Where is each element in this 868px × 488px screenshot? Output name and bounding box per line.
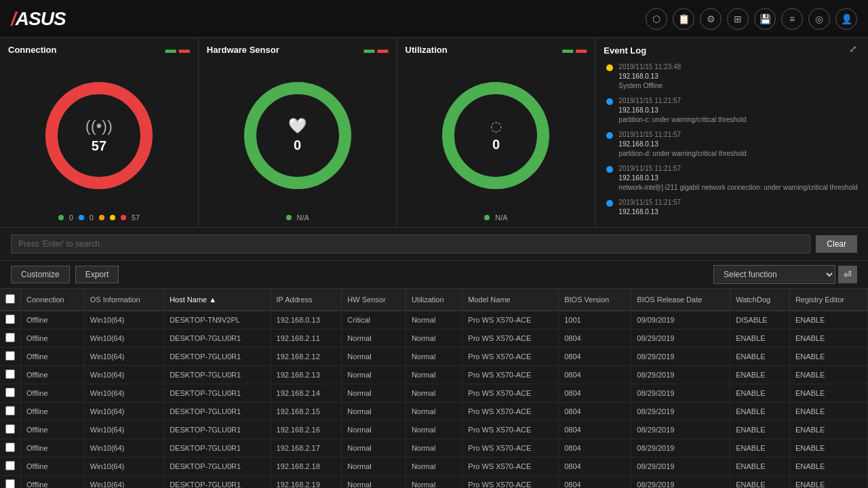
row-connection: Offline	[21, 311, 85, 329]
row-os: Win10(64)	[84, 366, 163, 384]
event-text: 2019/11/15 11:21:57 192.168.0.13 network…	[618, 164, 857, 192]
row-checkbox-cell	[0, 348, 21, 366]
legend-dot-yellow	[110, 215, 115, 220]
row-checkbox[interactable]	[5, 406, 15, 415]
event-dot	[606, 200, 613, 207]
col-checkbox	[0, 289, 21, 311]
data-table: Connection OS Information Host Name ▲ IP…	[0, 289, 868, 488]
connection-legend: 0 0 57	[8, 214, 190, 222]
row-ip: 192.168.2.15	[271, 403, 342, 421]
connection-card: Connection ▬ ▬ ((•)) 57 0 0 57	[0, 38, 199, 227]
row-model: Pro WS X570-ACE	[462, 421, 559, 439]
apply-function-button[interactable]: ⏎	[838, 266, 857, 283]
row-hw-sensor: Normal	[342, 348, 406, 366]
row-utilization: Normal	[406, 458, 462, 476]
row-watchdog: ENABLE	[730, 366, 790, 384]
select-function-dropdown[interactable]: Select function	[713, 265, 835, 284]
document-icon[interactable]: 📋	[673, 8, 694, 30]
row-bios-date: 08/29/2019	[631, 458, 730, 476]
row-checkbox[interactable]	[5, 333, 15, 342]
dashboard: Connection ▬ ▬ ((•)) 57 0 0 57	[0, 38, 868, 228]
utilization-gauge-center: ◌ 0	[490, 118, 502, 152]
network-icon[interactable]: ⊞	[727, 8, 749, 30]
event-host: 192.168.0.13	[618, 207, 681, 217]
event-text: 2019/11/15 11:21:57 192.168.0.13 partiti…	[618, 96, 746, 125]
col-hostname[interactable]: Host Name ▲	[164, 289, 271, 311]
save-icon[interactable]: 💾	[754, 8, 776, 30]
connection-card-icons: ▬ ▬	[165, 43, 190, 56]
utilization-card: Utilization ▬ ▬ ◌ 0 N/A	[397, 38, 596, 227]
select-all-checkbox[interactable]	[5, 294, 15, 304]
row-registry: ENABLE	[789, 476, 867, 489]
hs-legend-dot	[286, 215, 292, 220]
row-bios-ver: 0804	[559, 348, 631, 366]
monitor-icon[interactable]: ⬡	[646, 8, 667, 30]
row-utilization: Normal	[406, 348, 462, 366]
heart-icon: 🤍	[288, 117, 307, 135]
event-host: 192.168.0.13	[618, 72, 681, 81]
row-checkbox[interactable]	[5, 443, 15, 452]
select-function-container: Select function ⏎	[713, 265, 857, 284]
legend-val-green: 0	[69, 214, 73, 222]
row-ip: 192.168.2.18	[271, 458, 342, 476]
legend-dot-red	[121, 215, 126, 220]
col-registry: Registry Editor	[789, 289, 867, 311]
row-model: Pro WS X570-ACE	[462, 311, 559, 329]
user-icon[interactable]: 👤	[835, 8, 857, 30]
row-connection: Offline	[21, 439, 85, 458]
row-utilization: Normal	[406, 329, 462, 348]
col-utilization: Utilization	[406, 289, 462, 311]
table-container[interactable]: Connection OS Information Host Name ▲ IP…	[0, 289, 868, 488]
event-host: 192.168.0.13	[618, 174, 857, 183]
row-utilization: Normal	[406, 366, 462, 384]
hardware-sensor-legend: N/A	[207, 214, 389, 222]
table-header: Connection OS Information Host Name ▲ IP…	[0, 289, 868, 311]
legend-val-blue: 0	[90, 214, 94, 222]
row-checkbox[interactable]	[5, 351, 15, 361]
clear-button[interactable]: Clear	[816, 235, 857, 253]
config-icon[interactable]: ≡	[781, 8, 803, 30]
row-checkbox[interactable]	[5, 314, 15, 324]
row-checkbox[interactable]	[5, 424, 15, 434]
row-checkbox[interactable]	[5, 479, 15, 488]
utilization-title: Utilization	[406, 45, 448, 55]
row-checkbox[interactable]	[5, 461, 15, 470]
system-icon[interactable]: ◎	[808, 8, 830, 30]
customize-button[interactable]: Customize	[11, 266, 70, 283]
hardware-sensor-card: Hardware Sensor ▬ ▬ 🤍 0 N/A	[199, 38, 397, 227]
event-dot	[606, 64, 613, 71]
row-ip: 192.168.2.19	[271, 476, 342, 489]
row-checkbox[interactable]	[5, 369, 15, 379]
row-checkbox-cell	[0, 311, 21, 329]
event-item: 2019/11/15 11:21:57 192.168.0.13 network…	[604, 164, 860, 192]
util-legend-text: N/A	[495, 214, 507, 222]
row-hostname: DESKTOP-7GLU0R1	[164, 439, 271, 458]
header: /ASUS ⬡ 📋 ⚙ ⊞ 💾 ≡ ◎ 👤	[0, 0, 868, 38]
row-registry: ENABLE	[789, 421, 867, 439]
logo: /ASUS	[11, 8, 66, 30]
row-bios-date: 08/29/2019	[631, 366, 730, 384]
row-os: Win10(64)	[84, 421, 163, 439]
row-hw-sensor: Normal	[342, 366, 406, 384]
search-input[interactable]	[11, 235, 810, 253]
table-row: Offline Win10(64) DESKTOP-7GLU0R1 192.16…	[0, 421, 868, 439]
row-model: Pro WS X570-ACE	[462, 366, 559, 384]
export-button[interactable]: Export	[75, 266, 119, 283]
row-bios-date: 09/09/2019	[631, 311, 730, 329]
event-log-card: Event Log ⤢ 2019/11/15 11:23:48 192.168.…	[595, 38, 868, 227]
row-bios-date: 08/29/2019	[631, 421, 730, 439]
row-bios-ver: 0804	[559, 329, 631, 348]
event-text: 2019/11/15 11:21:57 192.168.0.13	[618, 198, 681, 217]
table-row: Offline Win10(64) DESKTOP-7GLU0R1 192.16…	[0, 384, 868, 403]
row-hostname: DESKTOP-7GLU0R1	[164, 366, 271, 384]
row-registry: ENABLE	[789, 348, 867, 366]
row-model: Pro WS X570-ACE	[462, 439, 559, 458]
row-checkbox[interactable]	[5, 388, 15, 397]
row-ip: 192.168.2.12	[271, 348, 342, 366]
col-hw-sensor: HW Sensor	[342, 289, 406, 311]
row-hostname: DESKTOP-7GLU0R1	[164, 476, 271, 489]
col-bios-ver: BIOS Version	[559, 289, 631, 311]
event-log-expand-button[interactable]: ⤢	[846, 43, 860, 57]
table-row: Offline Win10(64) DESKTOP-7GLU0R1 192.16…	[0, 458, 868, 476]
settings-icon[interactable]: ⚙	[700, 8, 722, 30]
